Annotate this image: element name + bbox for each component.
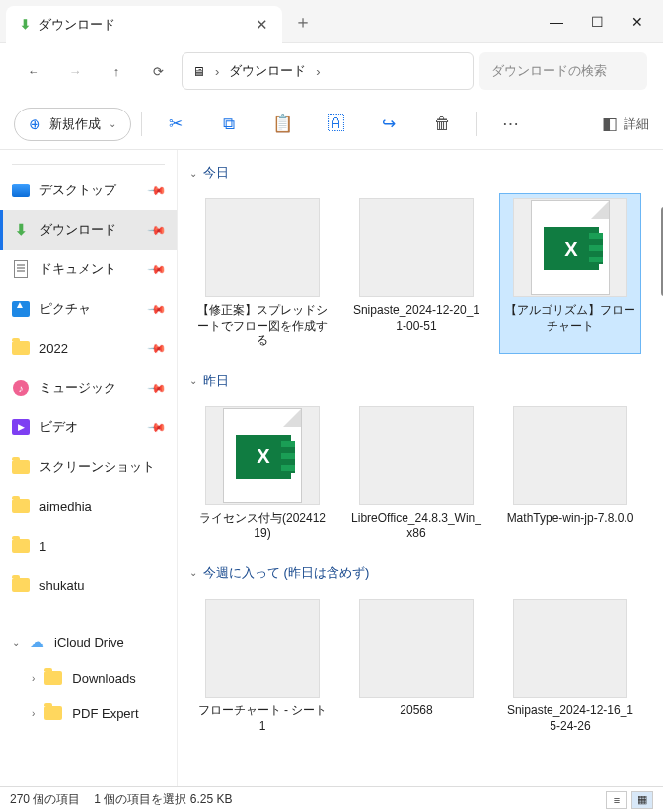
- list-view-button[interactable]: ≡: [606, 791, 627, 809]
- delete-button[interactable]: 🗑: [418, 107, 466, 142]
- sidebar-item[interactable]: ▶ ビデオ 📌: [0, 407, 177, 447]
- file-name: Snipaste_2024-12-20_11-00-51: [350, 303, 482, 333]
- file-item[interactable]: Snipaste_2024-12-20_11-00-51: [345, 193, 487, 354]
- plus-icon: ⊕: [29, 115, 41, 133]
- sidebar-item[interactable]: › PDF Expert: [0, 696, 177, 731]
- pin-icon[interactable]: 📌: [147, 259, 168, 280]
- sidebar-item-label: ビデオ: [39, 418, 78, 436]
- up-button[interactable]: ↑: [99, 53, 134, 89]
- file-thumbnail: [513, 406, 627, 505]
- maximize-button[interactable]: ☐: [591, 14, 604, 30]
- sidebar-item[interactable]: ⬇ ダウンロード 📌: [0, 210, 177, 250]
- separator: [476, 112, 477, 136]
- close-window-button[interactable]: ✕: [631, 14, 643, 30]
- pin-icon[interactable]: 📌: [147, 181, 168, 201]
- refresh-button[interactable]: ⟳: [140, 53, 176, 89]
- download-icon: ⬇: [20, 17, 31, 32]
- group-header[interactable]: ⌄今日: [189, 158, 651, 187]
- paste-button[interactable]: 📋: [258, 107, 306, 142]
- file-item[interactable]: MathType-win-jp-7.8.0.0: [499, 402, 641, 547]
- sidebar-item-label: 1: [39, 539, 46, 554]
- group-header[interactable]: ⌄今週に入って (昨日は含めず): [189, 558, 651, 588]
- sidebar-item[interactable]: デスクトップ 📌: [0, 171, 177, 210]
- details-icon: ◧: [602, 113, 618, 134]
- forward-button[interactable]: →: [57, 53, 93, 89]
- minimize-button[interactable]: ―: [550, 14, 563, 30]
- chevron-down-icon: ⌄: [189, 375, 197, 386]
- sidebar-item-label: aimedhia: [39, 499, 92, 514]
- pin-icon[interactable]: 📌: [147, 299, 168, 320]
- group-label: 今日: [203, 164, 229, 182]
- sidebar-item-label: 2022: [39, 341, 68, 356]
- search-placeholder: ダウンロードの検索: [491, 62, 607, 80]
- group-label: 今週に入って (昨日は含めず): [203, 564, 369, 582]
- details-label: 詳細: [624, 115, 649, 133]
- file-grid[interactable]: ⌄今日 【修正案】スプレッドシートでフロー図を作成する Snipaste_202…: [178, 150, 663, 786]
- details-pane-button[interactable]: ◧ 詳細: [602, 107, 649, 142]
- sidebar-item[interactable]: ドキュメント 📌: [0, 250, 177, 289]
- sidebar-item[interactable]: › Downloads: [0, 660, 177, 696]
- file-item[interactable]: 【修正案】スプレッドシートでフロー図を作成する: [191, 193, 333, 354]
- sidebar-item-label: PDF Expert: [72, 706, 138, 721]
- folder-icon: [12, 339, 30, 357]
- document-icon: [12, 260, 30, 278]
- new-button[interactable]: ⊕ 新規作成 ⌄: [14, 108, 131, 141]
- rename-button[interactable]: 🇦: [312, 107, 359, 142]
- navbar: ← → ↑ ⟳ 🖥 › ダウンロード › ダウンロードの検索: [0, 43, 663, 99]
- cut-button[interactable]: ✂: [152, 107, 199, 142]
- file-thumbnail: [205, 198, 320, 297]
- copy-button[interactable]: ⧉: [205, 107, 253, 142]
- file-thumbnail: X: [205, 406, 320, 505]
- statusbar: 270 個の項目 1 個の項目を選択 6.25 KB ≡ ▦: [0, 786, 663, 812]
- chevron-down-icon: ⌄: [109, 118, 116, 129]
- file-item[interactable]: X 【アルゴリズム】フローチャート: [499, 193, 641, 354]
- file-thumbnail: [205, 599, 320, 698]
- sidebar-item[interactable]: 1: [0, 526, 177, 565]
- window-controls: ― ☐ ✕: [550, 14, 663, 30]
- chevron-right-icon: ›: [32, 673, 35, 684]
- new-tab-button[interactable]: ＋: [294, 10, 312, 34]
- file-item[interactable]: X ライセンス付与(20241219): [191, 402, 333, 547]
- sidebar-item-label: ミュージック: [39, 379, 116, 397]
- sidebar-item[interactable]: スクリーンショット: [0, 447, 177, 486]
- sidebar-item[interactable]: ピクチャ 📌: [0, 289, 177, 329]
- address-location[interactable]: ダウンロード: [229, 62, 306, 80]
- tab[interactable]: ⬇ ダウンロード ✕: [6, 6, 282, 43]
- sidebar-item[interactable]: shukatu: [0, 565, 177, 605]
- sidebar-item[interactable]: aimedhia: [0, 486, 177, 526]
- file-thumbnail: [513, 599, 627, 698]
- group-header[interactable]: ⌄昨日: [189, 366, 651, 396]
- chevron-right-icon[interactable]: ›: [316, 64, 320, 79]
- search-input[interactable]: ダウンロードの検索: [479, 52, 647, 90]
- file-item[interactable]: Snipaste_2024-12-16_15-24-26: [499, 594, 641, 739]
- file-name: LibreOffice_24.8.3_Win_x86: [350, 511, 482, 542]
- back-button[interactable]: ←: [16, 53, 51, 89]
- sidebar-item-label: ドキュメント: [39, 260, 116, 278]
- sidebar-item[interactable]: ♪ ミュージック 📌: [0, 368, 177, 407]
- file-item[interactable]: フローチャート - シート1: [191, 594, 333, 739]
- address-bar[interactable]: 🖥 › ダウンロード ›: [182, 52, 474, 90]
- folder-icon: [44, 706, 62, 720]
- pc-icon: 🖥: [192, 64, 205, 79]
- item-count: 270 個の項目: [10, 791, 80, 808]
- sidebar-group-icloud[interactable]: ⌄ ☁ iCloud Drive: [0, 625, 177, 660]
- pin-icon[interactable]: 📌: [147, 378, 168, 399]
- view-toggle: ≡ ▦: [606, 791, 653, 809]
- more-button[interactable]: ⋯: [486, 107, 534, 142]
- chevron-right-icon[interactable]: ›: [215, 64, 219, 79]
- main: デスクトップ 📌⬇ ダウンロード 📌 ドキュメント 📌 ピクチャ 📌 2022 …: [0, 150, 663, 786]
- sidebar-item-label: ピクチャ: [39, 300, 91, 318]
- sidebar-item[interactable]: 2022 📌: [0, 329, 177, 368]
- pin-icon[interactable]: 📌: [147, 220, 168, 241]
- sidebar-item-label: デスクトップ: [39, 182, 116, 199]
- folder-icon: [44, 671, 62, 685]
- video-icon: ▶: [12, 418, 30, 436]
- pin-icon[interactable]: 📌: [147, 417, 168, 438]
- sidebar-label: iCloud Drive: [54, 635, 124, 650]
- close-tab-icon[interactable]: ✕: [256, 16, 268, 34]
- file-item[interactable]: LibreOffice_24.8.3_Win_x86: [345, 402, 487, 547]
- grid-view-button[interactable]: ▦: [631, 791, 653, 809]
- file-item[interactable]: 20568: [345, 594, 487, 739]
- pin-icon[interactable]: 📌: [147, 338, 168, 359]
- share-button[interactable]: ↪: [365, 107, 412, 142]
